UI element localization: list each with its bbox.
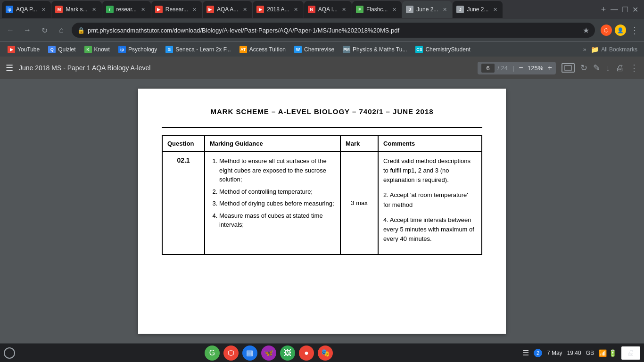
bookmark-star-icon[interactable]: ★ <box>583 26 589 35</box>
bookmark-label: ChemistryStudent <box>425 46 470 53</box>
zoom-out-button[interactable]: − <box>519 64 523 72</box>
battery-icon: 🔋 <box>609 349 617 357</box>
pdf-content: MARK SCHEME – A-LEVEL BIOLOGY – 7402/1 –… <box>0 79 644 343</box>
minimize-button[interactable]: — <box>611 5 618 14</box>
pdf-menu-icon[interactable]: ☰ <box>6 63 13 73</box>
signal-icons: 📶 🔋 <box>599 349 617 357</box>
printer-icon: 🖨 <box>621 346 640 360</box>
tab-tab2[interactable]: M Mark s... ✕ <box>51 1 101 18</box>
bookmark-favicon: W <box>294 46 302 53</box>
window-controls: — ☐ ✕ <box>611 5 642 14</box>
tab-tab8[interactable]: F Flashc... ✕ <box>352 1 402 18</box>
bookmark-item-bm4[interactable]: ip Psychology <box>115 44 161 55</box>
tab-close-icon[interactable]: ✕ <box>191 6 198 13</box>
extension-icon-1[interactable]: ⬡ <box>601 25 612 36</box>
svg-rect-0 <box>565 66 571 70</box>
taskbar-app-icon[interactable]: ● <box>299 346 314 361</box>
tab-tab4[interactable]: ▶ Resear... ✕ <box>151 1 202 18</box>
tab-title: 2018 A... <box>267 6 289 13</box>
taskbar-app-icon[interactable]: 🖼 <box>280 346 295 361</box>
extension-icon-2[interactable]: 👤 <box>615 25 626 36</box>
taskbar-circle-button[interactable] <box>4 347 15 359</box>
tab-bar: ip AQA P... ✕ M Mark s... ✕ r resear... … <box>0 0 644 19</box>
page-input[interactable] <box>481 64 495 73</box>
tab-close-icon[interactable]: ✕ <box>140 6 147 13</box>
tab-tab7[interactable]: N AQA I... ✕ <box>304 1 352 18</box>
zoom-value: 125% <box>526 65 545 72</box>
taskbar-app-icon[interactable]: ⬡ <box>223 346 239 361</box>
bookmark-favicon: AT <box>239 46 247 53</box>
pdf-page: MARK SCHEME – A-LEVEL BIOLOGY – 7402/1 –… <box>138 89 506 334</box>
taskbar: G⬡▦🦋🖼●🎭 ☰ 2 7 May 19:40 GB 📶 🔋 🖨 <box>0 343 644 362</box>
home-button[interactable]: ⌂ <box>55 24 68 37</box>
more-tools-button[interactable]: ⋮ <box>630 63 638 73</box>
bookmark-item-bm1[interactable]: ▶ YouTube <box>4 44 43 55</box>
tab-tab9[interactable]: J June 2... ✕ <box>402 1 452 18</box>
bookmark-item-bm9[interactable]: CS ChemistryStudent <box>412 44 474 55</box>
extension-icons: ⬡ 👤 ⋮ <box>601 25 640 36</box>
guidance-list: Method to ensure all cut surfaces of the… <box>210 156 335 230</box>
marking-guidance-cell: Method to ensure all cut surfaces of the… <box>205 151 340 255</box>
fit-page-button[interactable] <box>561 63 575 73</box>
col-header-comments: Comments <box>378 136 482 151</box>
bookmark-item-bm6[interactable]: AT Access Tuition <box>236 44 289 55</box>
taskbar-app-icon[interactable]: G <box>205 346 220 361</box>
guidance-item: Method of drying cubes before measuring; <box>219 199 335 208</box>
guidance-item: Measure mass of cubes at stated time int… <box>219 211 335 230</box>
tab-title: AQA I... <box>318 6 338 13</box>
edit-button[interactable]: ✎ <box>593 63 600 73</box>
tab-tab3[interactable]: r resear... ✕ <box>102 1 151 18</box>
back-button[interactable]: ← <box>4 24 17 37</box>
zoom-in-button[interactable]: + <box>548 64 552 72</box>
bookmark-item-bm7[interactable]: W Chemrevise <box>290 44 338 55</box>
maximize-button[interactable]: ☐ <box>622 5 628 14</box>
print-button[interactable]: 🖨 <box>616 63 624 73</box>
tab-title: June 2... <box>467 6 488 13</box>
tab-tab1[interactable]: ip AQA P... ✕ <box>2 1 51 18</box>
tab-close-icon[interactable]: ✕ <box>491 6 499 13</box>
comment-paragraph: Credit valid method descriptions to fulf… <box>383 156 477 185</box>
tab-title: Resear... <box>165 6 188 13</box>
tab-tab10[interactable]: J June 2... ✕ <box>453 1 503 18</box>
taskbar-app-icon[interactable]: ▦ <box>242 346 257 361</box>
tab-close-icon[interactable]: ✕ <box>40 6 47 13</box>
close-button[interactable]: ✕ <box>632 5 638 14</box>
bookmark-item-bm5[interactable]: S Seneca - Learn 2x F... <box>162 44 234 55</box>
tab-tab5[interactable]: ▶ AQA A... ✕ <box>203 1 252 18</box>
rotate-button[interactable]: ↻ <box>580 63 587 73</box>
page-separator: / 24 <box>497 65 508 72</box>
tab-close-icon[interactable]: ✕ <box>390 6 398 13</box>
taskbar-music-icon[interactable]: ☰ <box>522 348 529 357</box>
chrome-menu-icon[interactable]: ⋮ <box>629 25 640 36</box>
tab-close-icon[interactable]: ✕ <box>292 6 300 13</box>
tab-close-icon[interactable]: ✕ <box>91 6 98 13</box>
taskbar-app-icon[interactable]: 🎭 <box>318 346 333 361</box>
comment-paragraph: 4. Accept time intervals between every 5… <box>383 215 477 244</box>
bookmark-item-bm8[interactable]: PM Physics & Maths Tu... <box>339 44 411 55</box>
reload-button[interactable]: ↻ <box>38 24 51 37</box>
tab-close-icon[interactable]: ✕ <box>241 6 248 13</box>
tab-favicon: ▶ <box>155 6 163 13</box>
new-tab-button[interactable]: + <box>597 3 610 16</box>
url-text: pmt.physicsandmathstutor.com/download/Bi… <box>88 27 580 34</box>
tab-close-icon[interactable]: ✕ <box>340 6 348 13</box>
tab-close-icon[interactable]: ✕ <box>441 6 448 13</box>
forward-button[interactable]: → <box>21 24 34 37</box>
bookmark-item-bm2[interactable]: Q Quizlet <box>44 44 79 55</box>
taskbar-icons: G⬡▦🦋🖼●🎭 <box>19 346 519 361</box>
tab-tab6[interactable]: ▶ 2018 A... ✕ <box>253 1 303 18</box>
bookmarks-more-button[interactable]: » <box>583 46 586 53</box>
bookmark-favicon: CS <box>415 46 423 53</box>
taskbar-app-icon[interactable]: 🦋 <box>261 346 276 361</box>
url-bar[interactable]: 🔒 pmt.physicsandmathstutor.com/download/… <box>72 23 595 38</box>
all-bookmarks-button[interactable]: 📁 All Bookmarks <box>588 44 640 55</box>
download-button[interactable]: ↓ <box>606 63 610 73</box>
bookmark-item-bm3[interactable]: K Knowt <box>81 44 114 55</box>
bookmark-favicon: ip <box>118 46 126 53</box>
bookmark-label: Psychology <box>128 46 157 53</box>
tab-favicon: F <box>356 6 363 13</box>
bookmark-label: Physics & Maths Tu... <box>353 46 407 53</box>
bookmark-favicon: PM <box>343 46 350 53</box>
taskbar-badge: 2 <box>534 349 542 357</box>
bookmark-label: Chemrevise <box>304 46 334 53</box>
